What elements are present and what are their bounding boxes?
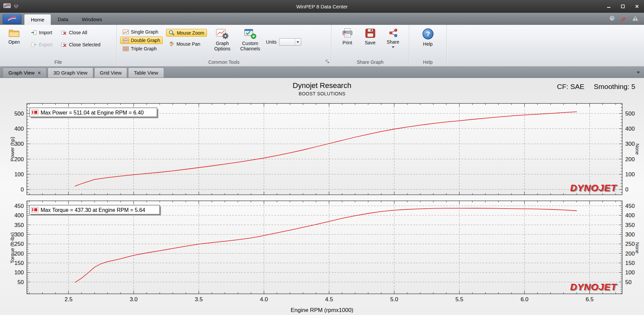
quick-access-dropdown-icon[interactable]: [14, 3, 18, 9]
view-tab-strip: Graph View 3D Graph View Grid View Table…: [0, 66, 644, 78]
x-axis-title: Engine RPM (rpmx1000): [0, 306, 644, 314]
svg-text:250: 250: [14, 241, 24, 247]
tab-grid-view[interactable]: Grid View: [94, 68, 127, 78]
svg-text:500: 500: [14, 110, 24, 117]
svg-text:300: 300: [625, 141, 635, 147]
maximize-button[interactable]: [616, 2, 630, 11]
torque-right-axis-title: None: [635, 242, 640, 253]
help-button[interactable]: ? Help: [418, 26, 438, 47]
save-button[interactable]: Save: [361, 26, 380, 45]
power-chart[interactable]: DYNOJETDYNOJET00100100200200300300400400…: [0, 100, 644, 198]
ribbon-group-file: Open Import Export Close All: [0, 25, 117, 66]
graph-title: Dynojet Research: [0, 81, 644, 90]
ribbon-tab-data[interactable]: Data: [51, 14, 75, 25]
hand-icon: [169, 41, 174, 47]
svg-text:100: 100: [625, 269, 635, 276]
dialog-launcher-icon[interactable]: [325, 59, 329, 65]
print-button[interactable]: Print: [338, 26, 357, 45]
tab-close-icon[interactable]: [38, 71, 41, 75]
svg-text:450: 450: [625, 203, 635, 209]
ribbon-tab-windows[interactable]: Windows: [75, 14, 109, 25]
power-legend[interactable]: Max Power = 511.04 at Engine RPM = 6.40: [30, 108, 158, 118]
svg-text:150: 150: [625, 260, 635, 266]
share-button[interactable]: Share: [383, 26, 403, 48]
floppy-disk-icon: [365, 28, 376, 39]
printer-icon: [342, 28, 353, 39]
close-selected-button[interactable]: Close Selected: [58, 41, 103, 48]
graph-subtitle: BOOST SOLUTIONS: [0, 91, 644, 96]
pen-icon[interactable]: [621, 15, 627, 22]
share-icon: [388, 28, 398, 38]
group-label-share: Share Graph: [335, 59, 406, 66]
tab-table-view[interactable]: Table View: [128, 68, 164, 78]
open-label: Open: [8, 39, 20, 45]
double-graph-button[interactable]: Double Graph: [120, 37, 163, 44]
svg-text:350: 350: [625, 222, 635, 228]
svg-text:100: 100: [14, 269, 24, 276]
svg-text:400: 400: [625, 212, 635, 219]
single-graph-icon: [123, 30, 129, 34]
svg-text:4.0: 4.0: [260, 296, 268, 303]
graph-options-button[interactable]: Graph Options: [210, 26, 234, 51]
svg-text:100: 100: [14, 171, 24, 178]
ribbon: Open Import Export Close All: [0, 25, 644, 66]
minimize-button[interactable]: [602, 2, 616, 11]
window-title: WinPEP 8 Data Center: [0, 4, 644, 9]
tab-3d-graph-view[interactable]: 3D Graph View: [48, 68, 93, 78]
export-icon: [31, 42, 37, 47]
mouse-pan-button[interactable]: Mouse Pan: [166, 40, 207, 48]
import-icon: [31, 30, 37, 35]
open-button[interactable]: Open: [3, 26, 25, 45]
graph-view-panel: Dynojet Research BOOST SOLUTIONS CF: SAE…: [0, 78, 644, 315]
svg-text:4.5: 4.5: [325, 296, 333, 303]
svg-text:200: 200: [625, 156, 635, 163]
winpep-window: WinPEP 8 Data Center Home Data Windows O…: [0, 0, 644, 315]
svg-text:0: 0: [21, 186, 24, 193]
warning-icon[interactable]: [632, 15, 639, 22]
winpep-logo-icon: [7, 15, 17, 23]
svg-text:0: 0: [625, 186, 628, 193]
graph-options-icon: [216, 28, 229, 39]
svg-text:2.5: 2.5: [64, 296, 72, 303]
import-button[interactable]: Import: [28, 29, 55, 36]
svg-text:Max Power = 511.04 at Engine R: Max Power = 511.04 at Engine RPM = 6.40: [41, 110, 144, 116]
torque-chart[interactable]: DYNOJETDYNOJET50501001001501502002002502…: [0, 198, 644, 306]
titlebar: WinPEP 8 Data Center: [0, 0, 644, 13]
svg-text:400: 400: [14, 212, 24, 219]
svg-text:300: 300: [14, 231, 24, 238]
torque-axis-title: Torque (ft-lbs): [9, 232, 15, 264]
close-all-button[interactable]: Close All: [58, 29, 103, 36]
smoothing-label: Smoothing: 5: [594, 83, 635, 91]
units-dropdown[interactable]: [279, 38, 301, 46]
custom-channels-button[interactable]: Custom Channels: [238, 26, 263, 51]
group-label-common-tools: Common Tools: [120, 59, 328, 66]
svg-text:50: 50: [625, 279, 632, 285]
tab-graph-view[interactable]: Graph View: [3, 68, 47, 78]
tab-overflow-arrow-icon[interactable]: [637, 69, 644, 78]
svg-text:6.5: 6.5: [586, 296, 594, 303]
application-menu-button[interactable]: [3, 14, 21, 24]
palette-icon[interactable]: [609, 15, 616, 22]
collapse-ribbon-button[interactable]: [637, 58, 641, 64]
svg-text:3.0: 3.0: [130, 296, 138, 303]
ribbon-tab-home[interactable]: Home: [24, 14, 51, 25]
svg-text:5.0: 5.0: [390, 296, 398, 303]
triple-graph-button[interactable]: Triple Graph: [120, 45, 163, 52]
single-graph-button[interactable]: Single Graph: [120, 28, 163, 36]
close-button[interactable]: [630, 2, 644, 11]
units-label: Units: [266, 39, 277, 45]
svg-text:200: 200: [14, 156, 24, 163]
ribbon-group-help: ? Help Help: [409, 25, 447, 66]
power-right-axis-title: None: [635, 143, 640, 154]
mouse-zoom-button[interactable]: Mouse Zoom: [166, 29, 207, 37]
share-dropdown-caret-icon: [392, 46, 394, 48]
graph-header: Dynojet Research BOOST SOLUTIONS CF: SAE…: [0, 78, 644, 100]
svg-text:DYNOJET: DYNOJET: [570, 183, 618, 193]
close-all-icon: [61, 30, 67, 35]
torque-legend[interactable]: Max Torque = 437.30 at Engine RPM = 5.64: [30, 205, 161, 216]
svg-text:3.5: 3.5: [195, 296, 203, 303]
help-icon: ?: [422, 28, 434, 40]
svg-text:200: 200: [14, 251, 24, 257]
correction-factor-readout: CF: SAE Smoothing: 5: [557, 83, 635, 91]
app-icon[interactable]: [3, 3, 11, 10]
